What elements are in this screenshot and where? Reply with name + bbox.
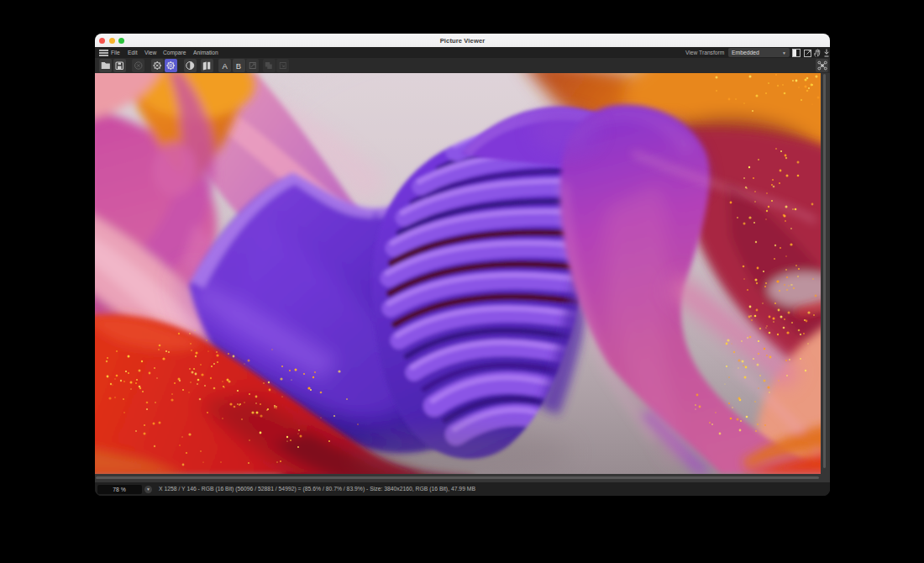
svg-text:B: B xyxy=(236,61,241,71)
svg-text:A: A xyxy=(223,61,228,71)
